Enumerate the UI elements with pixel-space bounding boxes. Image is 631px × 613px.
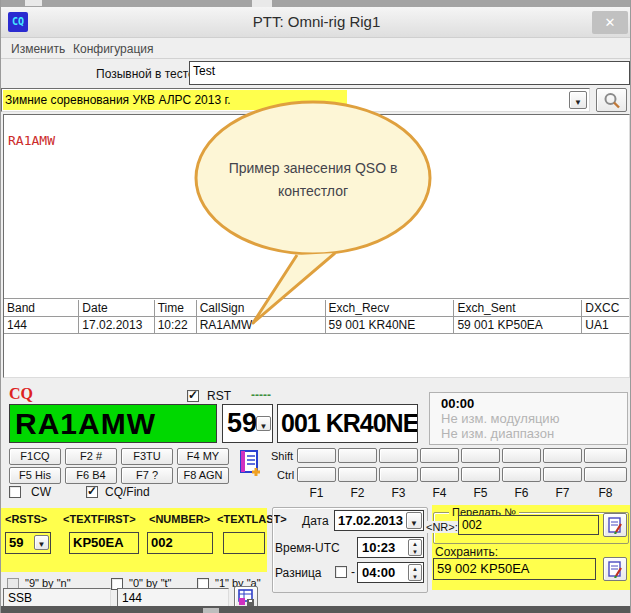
close-icon: ✕ xyxy=(605,15,616,30)
ctrl-f4-button[interactable] xyxy=(420,467,459,482)
utc-value: 10:23 xyxy=(362,540,395,555)
f7-query-button[interactable]: F7 ? xyxy=(121,467,173,484)
exchange-input[interactable]: 001 KR40NE xyxy=(277,404,418,443)
balloon-text-line1: Пример занесения QSO в xyxy=(229,160,398,176)
rst-dropdown-button[interactable]: ▼ xyxy=(256,416,271,431)
ctrl-f6-button[interactable] xyxy=(502,467,541,482)
rst-combobox[interactable]: 59 ▼ xyxy=(222,404,273,443)
diff-spin-buttons[interactable]: ▲▼ xyxy=(408,564,422,581)
f4-my-button[interactable]: F4 MY xyxy=(177,448,229,465)
date-dropdown-button[interactable]: ▼ xyxy=(406,512,422,529)
column-header-band[interactable]: Band xyxy=(4,300,78,316)
f1-cq-button[interactable]: F1CQ xyxy=(9,448,61,465)
textfirst-header: <TEXTFIRST> xyxy=(63,513,136,525)
search-icon xyxy=(603,92,621,110)
rig-status-band: Не изм. диаппазон xyxy=(441,426,554,441)
shift-f1-button[interactable] xyxy=(297,448,336,463)
nr-input[interactable]: 002 xyxy=(458,515,599,535)
callout-balloon: Пример занесения QSO в контестлог xyxy=(131,96,491,334)
spin-up-icon: ▲ xyxy=(409,565,421,573)
cw-checkbox[interactable] xyxy=(9,486,21,498)
ctrl-f2-button[interactable] xyxy=(338,467,377,482)
date-label: Дата xyxy=(302,514,329,528)
diff-spinner[interactable]: 04:00 ▲▼ xyxy=(357,562,424,583)
ctrl-f5-button[interactable] xyxy=(461,467,500,482)
log-preview-callsign: RA1AMW xyxy=(8,133,55,148)
cqfind-label: CQ/Find xyxy=(105,485,150,499)
spin-down-icon: ▼ xyxy=(409,548,421,556)
top-strip xyxy=(1,0,631,7)
menu-item-edit[interactable]: Изменить xyxy=(11,42,65,56)
statusbar-mode: SSB xyxy=(3,588,111,607)
callsign-input[interactable]: RA1AMW xyxy=(9,404,217,443)
save-edit-button[interactable] xyxy=(603,557,627,581)
diff-value: 04:00 xyxy=(362,565,395,580)
balloon-text-line2: контестлог xyxy=(278,183,348,199)
shift-f4-button[interactable] xyxy=(420,448,459,463)
fkey-label-f1: F1 xyxy=(297,486,336,500)
rsts-dropdown-button[interactable]: ▼ xyxy=(34,535,49,550)
fkey-label-f5: F5 xyxy=(461,486,500,500)
textfirst-input[interactable]: KP50EA xyxy=(69,532,139,554)
fkey-label-f7: F7 xyxy=(543,486,582,500)
qso-timer: 00:00 xyxy=(441,396,474,411)
add-memo-button[interactable] xyxy=(238,449,262,477)
f8-agn-button[interactable]: F8 AGN xyxy=(177,467,229,484)
test-callsign-label: Позывной в тесте xyxy=(96,67,195,81)
rst-label: RST xyxy=(207,389,231,403)
contest-dropdown-button[interactable]: ▼ xyxy=(569,91,587,109)
fkey-label-f3: F3 xyxy=(379,486,418,500)
cqfind-checkbox[interactable] xyxy=(86,486,98,498)
utc-spinner[interactable]: 10:23 ▲▼ xyxy=(357,537,424,558)
f3-tu-button[interactable]: F3TU xyxy=(121,448,173,465)
utc-spin-buttons[interactable]: ▲▼ xyxy=(408,539,422,556)
cq-label: CQ xyxy=(9,385,33,403)
shift-f5-button[interactable] xyxy=(461,448,500,463)
spin-up-icon: ▲ xyxy=(409,540,421,548)
close-button[interactable]: ✕ xyxy=(592,11,628,34)
rst-value: 59 xyxy=(227,408,257,439)
shift-f2-button[interactable] xyxy=(338,448,377,463)
f6-b4-button[interactable]: F6 B4 xyxy=(65,467,117,484)
top-strip-notch xyxy=(252,0,272,7)
cell-dxcc: UA1 xyxy=(581,317,629,333)
diff-label: Разница xyxy=(275,566,322,580)
floppy-table-icon xyxy=(238,589,255,606)
textlast-input[interactable] xyxy=(223,532,265,554)
shift-f3-button[interactable] xyxy=(379,448,418,463)
ctrl-f3-button[interactable] xyxy=(379,467,418,482)
rsts-combobox[interactable]: 59 ▼ xyxy=(5,532,51,554)
test-callsign-input[interactable]: Test xyxy=(189,61,630,85)
rst-checkbox[interactable] xyxy=(187,390,199,402)
fkey-label-f8: F8 xyxy=(584,486,627,500)
f2-nr-button[interactable]: F2 # xyxy=(65,448,117,465)
rsts-value: 59 xyxy=(9,535,23,550)
date-value: 17.02.2013 xyxy=(338,513,403,528)
menu-item-configuration[interactable]: Конфигурация xyxy=(73,42,154,56)
ctrl-label: Ctrl xyxy=(277,469,294,481)
fkey-label-f6: F6 xyxy=(502,486,541,500)
column-header-dxcc[interactable]: DXCC xyxy=(581,300,629,316)
window-title: PTT: Omni-rig Rig1 xyxy=(1,13,631,30)
rsts-header: <RSTS> xyxy=(5,513,47,525)
ctrl-f8-button[interactable] xyxy=(584,467,627,482)
ctrl-f7-button[interactable] xyxy=(543,467,582,482)
app-window: CQ PTT: Omni-rig Rig1 ✕ Изменить Конфигу… xyxy=(0,0,631,613)
note-edit-icon xyxy=(608,517,624,534)
save-log-button[interactable] xyxy=(234,586,258,608)
contest-search-button[interactable] xyxy=(596,88,627,112)
diff-checkbox[interactable] xyxy=(335,566,347,578)
shift-f6-button[interactable] xyxy=(502,448,541,463)
shift-f8-button[interactable] xyxy=(584,448,627,463)
date-combobox[interactable]: 17.02.2013 ▼ xyxy=(334,510,424,531)
send-nr-edit-button[interactable] xyxy=(603,513,627,537)
save-value-input[interactable]: 59 002 KP50EA xyxy=(433,558,596,580)
fkey-label-f4: F4 xyxy=(420,486,459,500)
memo-plus-icon xyxy=(238,449,262,477)
ctrl-f1-button[interactable] xyxy=(297,467,336,482)
number-input[interactable]: 002 xyxy=(147,532,213,554)
f5-his-button[interactable]: F5 His xyxy=(9,467,61,484)
note-edit-icon xyxy=(608,561,624,578)
shift-f7-button[interactable] xyxy=(543,448,582,463)
shift-label: Shift xyxy=(271,450,293,462)
